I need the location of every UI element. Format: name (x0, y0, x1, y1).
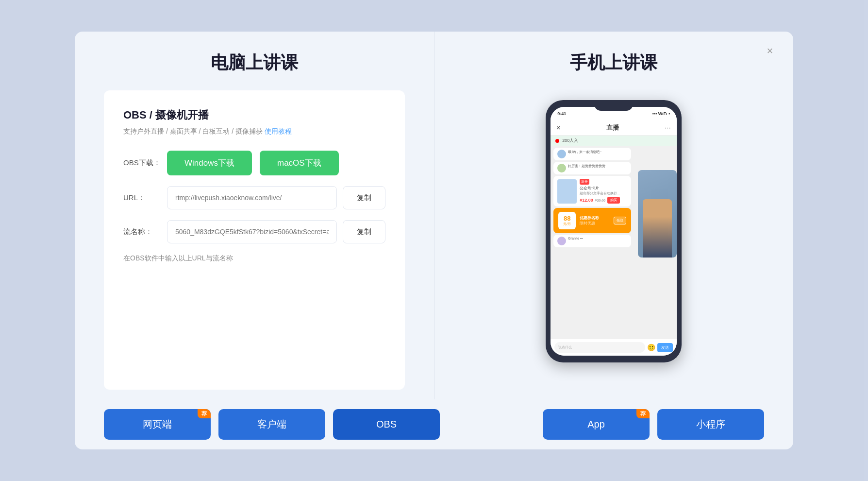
miniprogram-button[interactable]: 小程序 (657, 409, 764, 440)
url-label: URL： (123, 193, 167, 203)
right-panel-title: 手机上讲课 (570, 51, 657, 75)
avatar (557, 237, 566, 245)
phone-mockup: 9:41 ▪▪▪ WiFi ▪ × 直播 ··· 200人入 (546, 100, 682, 362)
avatar (557, 150, 566, 158)
coupon-card: 88 元/月 优惠券名称 限时优惠 领取 (553, 208, 631, 233)
phone-content-area: 哦 哟，来一条消息吧~ 好厉害！超赞赞赞赞赞赞 新开 (551, 146, 677, 339)
live-count: 200人入 (562, 137, 578, 144)
url-row: URL： 复制 (123, 186, 385, 209)
coupon-claim-button[interactable]: 领取 (614, 217, 626, 224)
product-tag: 新开 (580, 179, 589, 185)
phone-notch (594, 100, 633, 111)
obs-hint: 在OBS软件中输入以上URL与流名称 (123, 254, 385, 263)
product-desc: 超出部分文字会自动换行... (580, 191, 627, 196)
stream-row: 流名称： 复制 (123, 220, 385, 243)
chat-area: 哦 哟，来一条消息吧~ 好厉害！超赞赞赞赞赞赞 新开 (551, 146, 634, 339)
stream-copy-button[interactable]: 复制 (343, 220, 385, 243)
obs-card-subtitle: 支持户外直播 / 桌面共享 / 白板互动 / 摄像捕获 使用教程 (123, 127, 385, 136)
coupon-price-display: 88 元/月 (558, 212, 576, 229)
phone-more-icon[interactable]: ··· (665, 124, 671, 131)
list-item: Granite ▪▪ (553, 235, 631, 247)
product-info: 新开 公众号卡片 超出部分文字会自动换行... ¥12.00 ¥20.00 购买 (580, 179, 627, 204)
left-panel: 电脑上讲课 OBS / 摄像机开播 支持户外直播 / 桌面共享 / 白板互动 /… (75, 32, 434, 399)
webpage-recommend-badge: 荐 (198, 409, 211, 418)
live-dot (555, 139, 559, 143)
modal-overlay: × 电脑上讲课 OBS / 摄像机开播 支持户外直播 / 桌面共享 / 白板互动… (0, 0, 868, 481)
phone-header: × 直播 ··· (551, 120, 677, 136)
phone-live-bar: 200人入 (551, 136, 677, 146)
url-copy-button[interactable]: 复制 (343, 186, 385, 209)
app-recommend-badge: 荐 (636, 409, 650, 418)
windows-download-button[interactable]: Windows下载 (167, 151, 252, 175)
bottom-bar: 网页端 荐 客户端 OBS App 荐 小程序 (75, 399, 793, 449)
obs-button[interactable]: OBS (333, 409, 440, 440)
phone-send-button[interactable]: 发送 (657, 343, 673, 352)
product-old-price: ¥20.00 (595, 199, 605, 202)
macos-download-button[interactable]: macOS下载 (260, 151, 339, 175)
product-price: ¥12.00 (580, 198, 593, 203)
product-name: 公众号卡片 (580, 186, 627, 191)
webpage-button[interactable]: 网页端 荐 (104, 409, 211, 440)
avatar (557, 164, 566, 172)
obs-card: OBS / 摄像机开播 支持户外直播 / 桌面共享 / 白板互动 / 摄像捕获 … (104, 90, 405, 390)
tutorial-link[interactable]: 使用教程 (265, 127, 292, 135)
list-item: 好厉害！超赞赞赞赞赞赞 (553, 162, 631, 174)
phone-signal: ▪▪▪ WiFi ▪ (652, 111, 670, 116)
coupon-name: 优惠券名称 (580, 215, 610, 221)
coupon-info: 优惠券名称 限时优惠 (580, 215, 610, 226)
phone-chat-input[interactable]: 说点什么 (554, 342, 645, 353)
phone-input-bar: 说点什么 🙂 发送 (551, 339, 677, 356)
product-card: 新开 公众号卡片 超出部分文字会自动换行... ¥12.00 ¥20.00 购买 (553, 176, 631, 206)
modal-content: 电脑上讲课 OBS / 摄像机开播 支持户外直播 / 桌面共享 / 白板互动 /… (75, 32, 793, 399)
left-panel-title: 电脑上讲课 (104, 51, 405, 75)
close-button[interactable]: × (762, 43, 778, 59)
obs-card-title: OBS / 摄像机开播 (123, 108, 385, 122)
emoji-icon[interactable]: 🙂 (647, 344, 655, 351)
app-button[interactable]: App 荐 (543, 409, 650, 440)
client-button[interactable]: 客户端 (218, 409, 325, 440)
avatar-figure (643, 199, 672, 258)
buy-button[interactable]: 购买 (607, 197, 620, 204)
list-item: 哦 哟，来一条消息吧~ (553, 148, 631, 160)
product-thumbnail (557, 179, 577, 204)
obs-download-row: OBS下载： Windows下载 macOS下载 (123, 151, 385, 175)
phone-close-icon[interactable]: × (556, 124, 560, 132)
url-input[interactable] (167, 186, 337, 209)
stream-input[interactable] (167, 220, 337, 243)
phone-video-preview (638, 170, 677, 258)
right-bottom-buttons: App 荐 小程序 (543, 409, 764, 440)
download-buttons: Windows下载 macOS下载 (167, 151, 339, 175)
right-panel: 手机上讲课 9:41 ▪▪▪ WiFi ▪ × 直播 (434, 32, 794, 399)
phone-time: 9:41 (557, 111, 566, 116)
coupon-unit: 元/月 (563, 222, 571, 226)
coupon-amount: 88 (564, 215, 570, 222)
phone-screen: 9:41 ▪▪▪ WiFi ▪ × 直播 ··· 200人入 (551, 107, 677, 356)
modal-container: × 电脑上讲课 OBS / 摄像机开播 支持户外直播 / 桌面共享 / 白板互动… (75, 32, 793, 449)
phone-input-placeholder: 说点什么 (558, 345, 572, 350)
left-bottom-buttons: 网页端 荐 客户端 OBS (104, 409, 440, 440)
phone-header-title: 直播 (606, 123, 619, 132)
obs-download-label: OBS下载： (123, 158, 167, 168)
stream-label: 流名称： (123, 227, 167, 237)
